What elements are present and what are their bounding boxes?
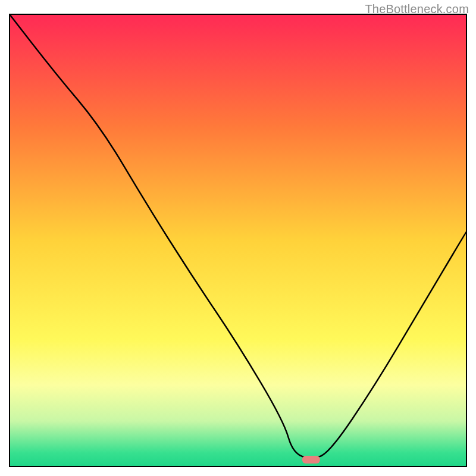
attribution-label: TheBottleneck.com [365, 2, 469, 16]
optimal-marker [302, 456, 320, 464]
chart-container: TheBottleneck.com [0, 0, 476, 476]
plot-background [10, 14, 466, 466]
bottleneck-chart [0, 0, 476, 476]
